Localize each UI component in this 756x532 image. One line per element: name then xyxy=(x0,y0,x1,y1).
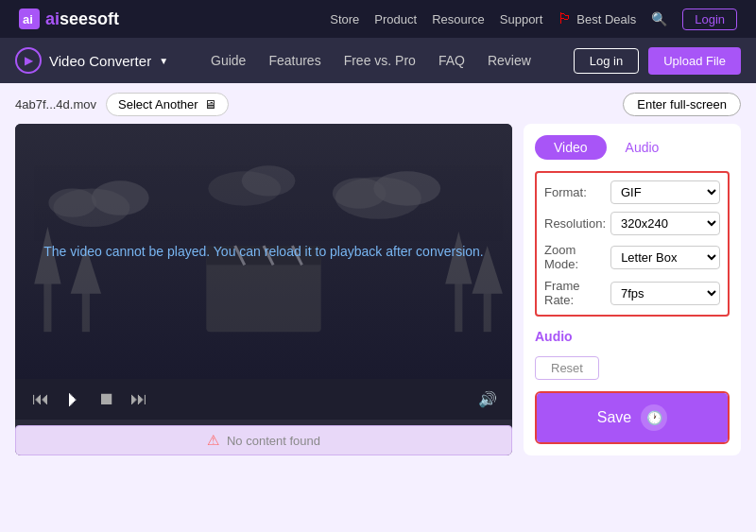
frame-rate-row: Frame Rate: 7fps xyxy=(544,279,720,307)
video-message: The video cannot be played. You can relo… xyxy=(43,244,483,259)
rewind-button[interactable]: ⏮ xyxy=(30,387,51,411)
frame-rate-select[interactable]: 7fps xyxy=(610,282,720,305)
svg-point-4 xyxy=(48,188,96,216)
svg-text:ai: ai xyxy=(23,12,33,26)
resolution-row: Resolution: 320x240 xyxy=(544,212,720,235)
svg-point-9 xyxy=(242,165,296,196)
resolution-select[interactable]: 320x240 xyxy=(610,212,720,235)
svg-rect-10 xyxy=(206,255,320,332)
save-label: Save xyxy=(597,409,631,426)
store-link[interactable]: Store xyxy=(330,12,359,26)
top-nav-links: Store Product Resource Support 🏳 Best De… xyxy=(330,9,737,30)
video-player: The video cannot be played. You can relo… xyxy=(15,124,512,455)
logo-icon: ai xyxy=(19,9,40,29)
search-icon[interactable]: 🔍 xyxy=(651,11,667,26)
login-button[interactable]: Log in xyxy=(574,48,639,74)
second-nav: ▶ Video Converter ▼ Guide Features Free … xyxy=(0,38,756,83)
top-login-button[interactable]: Login xyxy=(682,9,737,30)
chevron-down-icon[interactable]: ▼ xyxy=(159,56,168,66)
upload-file-button[interactable]: Upload File xyxy=(648,47,741,75)
format-row: Format: GIF xyxy=(544,180,720,204)
content-area: 4ab7f...4d.mov Select Another 🖥 Enter fu… xyxy=(0,83,756,465)
resource-link[interactable]: Resource xyxy=(432,12,485,26)
free-vs-pro-link[interactable]: Free vs. Pro xyxy=(344,53,416,68)
save-button[interactable]: Save 🕐 xyxy=(537,393,728,442)
volume-button[interactable]: 🔊 xyxy=(478,390,497,408)
svg-point-3 xyxy=(92,180,149,215)
monitor-icon: 🖥 xyxy=(204,97,216,112)
best-deals-label: Best Deals xyxy=(576,12,636,26)
video-controls: ⏮ ⏵ ⏹ ⏭ 🔊 xyxy=(15,379,512,420)
frame-rate-label: Frame Rate: xyxy=(544,279,610,307)
zoom-mode-select[interactable]: Letter Box xyxy=(610,246,720,269)
resolution-label: Resolution: xyxy=(544,216,610,231)
no-content-bar: ⚠ No content found xyxy=(15,425,512,455)
second-nav-links: Guide Features Free vs. Pro FAQ Review xyxy=(211,53,531,68)
top-nav: ai aiseesoft Store Product Resource Supp… xyxy=(0,0,756,38)
main-row: The video cannot be played. You can relo… xyxy=(15,124,741,455)
zoom-mode-row: Zoom Mode: Letter Box xyxy=(544,243,720,271)
zoom-mode-label: Zoom Mode: xyxy=(544,243,610,271)
best-deals: 🏳 Best Deals xyxy=(558,10,636,27)
play-button[interactable]: ⏵ xyxy=(62,386,85,412)
right-panel: Video Audio Format: GIF Resolution: 320x… xyxy=(524,124,741,455)
video-tab[interactable]: Video xyxy=(535,135,607,160)
flag-icon: 🏳 xyxy=(558,10,573,27)
format-label: Format: xyxy=(544,185,610,199)
format-tabs: Video Audio xyxy=(535,135,730,160)
audio-section: Audio xyxy=(535,328,730,345)
format-select[interactable]: GIF xyxy=(610,180,720,204)
audio-section-label: Audio xyxy=(535,329,573,344)
stop-button[interactable]: ⏹ xyxy=(96,387,117,411)
product-title-area: ▶ Video Converter ▼ xyxy=(15,47,168,74)
product-name: Video Converter xyxy=(49,53,151,69)
logo-area: ai aiseesoft xyxy=(19,9,119,29)
product-link[interactable]: Product xyxy=(374,12,417,26)
file-info: 4ab7f...4d.mov Select Another 🖥 xyxy=(15,93,229,116)
video-screen: The video cannot be played. You can relo… xyxy=(15,124,512,379)
forward-button[interactable]: ⏭ xyxy=(129,387,149,411)
select-another-button[interactable]: Select Another 🖥 xyxy=(106,93,229,116)
logo-text: aiseesoft xyxy=(45,9,119,29)
no-content-label: No content found xyxy=(227,434,320,448)
warning-icon: ⚠ xyxy=(207,432,219,449)
guide-link[interactable]: Guide xyxy=(211,53,246,68)
file-bar: 4ab7f...4d.mov Select Another 🖥 Enter fu… xyxy=(15,93,741,116)
reset-button[interactable]: Reset xyxy=(535,356,599,380)
second-nav-actions: Log in Upload File xyxy=(574,47,741,75)
clock-icon: 🕐 xyxy=(641,404,667,431)
product-icon: ▶ xyxy=(15,47,42,74)
controls-left: ⏮ ⏵ ⏹ ⏭ xyxy=(30,386,149,412)
audio-tab[interactable]: Audio xyxy=(607,135,679,160)
support-link[interactable]: Support xyxy=(500,12,543,26)
faq-link[interactable]: FAQ xyxy=(438,53,465,68)
features-link[interactable]: Features xyxy=(268,53,320,68)
svg-point-7 xyxy=(333,178,387,208)
save-section: Save 🕐 xyxy=(535,391,730,444)
file-name: 4ab7f...4d.mov xyxy=(15,97,96,112)
review-link[interactable]: Review xyxy=(488,53,531,68)
settings-block: Format: GIF Resolution: 320x240 Zoom Mod… xyxy=(535,171,730,317)
enter-fullscreen-button[interactable]: Enter full-screen xyxy=(623,93,741,116)
